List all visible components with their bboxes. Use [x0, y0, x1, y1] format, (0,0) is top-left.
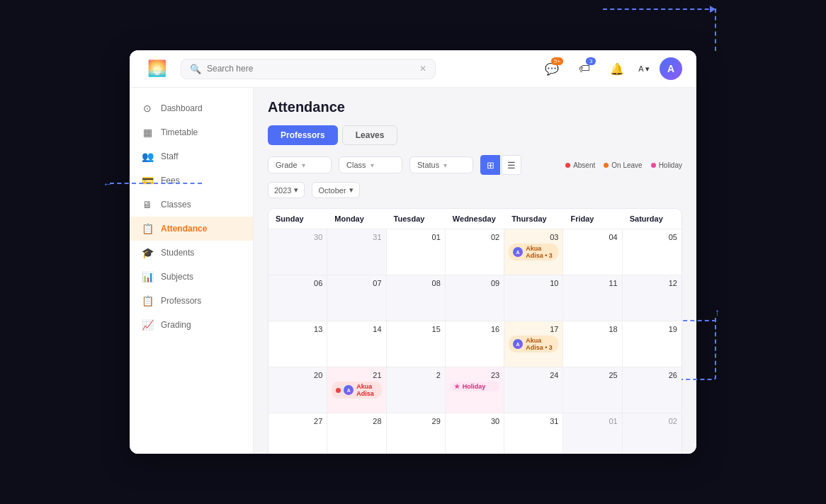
- table-row[interactable]: 21 A Akua Adisa: [327, 367, 386, 413]
- cal-date: 31: [509, 417, 558, 425]
- sidebar-label-timetable: Timetable: [161, 127, 198, 137]
- sidebar-item-attendance[interactable]: 📋 Attendance: [130, 217, 253, 241]
- table-row: 11: [563, 275, 622, 321]
- tab-professors[interactable]: Professors: [268, 125, 338, 145]
- table-row: 10: [504, 275, 563, 321]
- status-filter[interactable]: Status ▾: [409, 156, 473, 173]
- table-row: 05: [623, 229, 681, 275]
- view-toggle: ⊞ ☰: [480, 155, 521, 175]
- sidebar-label-professors: Professors: [161, 296, 201, 306]
- sidebar-label-classes: Classes: [161, 200, 191, 210]
- year-value: 2023: [274, 186, 291, 195]
- cal-date: 06: [273, 279, 322, 287]
- table-row: 01: [387, 229, 446, 275]
- table-row: 20: [268, 367, 327, 413]
- list-view-button[interactable]: ☰: [502, 155, 521, 175]
- class-label: Class: [346, 161, 366, 169]
- absent-dot: [565, 163, 570, 168]
- event-pill[interactable]: A Akua Adisa • 3: [509, 244, 558, 260]
- event-pill[interactable]: ★ Holiday: [450, 382, 499, 391]
- cal-date: 18: [567, 325, 617, 333]
- grading-icon: 📈: [141, 319, 154, 331]
- cal-date: 26: [627, 371, 677, 379]
- status-label: Status: [417, 161, 439, 169]
- sidebar-item-timetable[interactable]: ▦ Timetable: [130, 120, 253, 144]
- table-row: 01: [563, 413, 622, 454]
- month-select[interactable]: October ▾: [312, 182, 359, 198]
- avatar-initials: A: [660, 57, 682, 80]
- event-pill[interactable]: A Akua Adisa: [332, 382, 381, 399]
- cal-date: 24: [509, 371, 558, 379]
- table-row: 04: [563, 229, 622, 275]
- grade-filter[interactable]: Grade ▾: [268, 156, 332, 173]
- legend-absent: Absent: [565, 161, 595, 169]
- user-avatar[interactable]: A: [660, 57, 682, 80]
- close-search-icon[interactable]: ✕: [419, 64, 426, 74]
- table-row: 15: [387, 321, 446, 367]
- sidebar-item-classes[interactable]: 🖥 Classes: [130, 193, 253, 217]
- user-menu-button[interactable]: A ▾: [638, 57, 650, 80]
- table-row: 12: [623, 275, 681, 321]
- sidebar-item-students[interactable]: 🎓 Students: [130, 241, 253, 265]
- grid-view-button[interactable]: ⊞: [480, 155, 500, 175]
- content-area: Attendance Professors Leaves Grade ▾ Cla…: [254, 88, 696, 454]
- header-monday: Monday: [327, 209, 386, 229]
- cal-date: 03: [509, 233, 558, 241]
- tabs-row: Professors Leaves: [268, 125, 682, 145]
- chat-button[interactable]: 💬 5+: [541, 57, 563, 80]
- holiday-label: Holiday: [659, 161, 682, 169]
- cal-date: 31: [332, 233, 381, 241]
- legend-holiday: Holiday: [651, 161, 682, 169]
- search-input[interactable]: [207, 64, 414, 74]
- table-row: 31: [504, 413, 563, 454]
- sidebar-item-grading[interactable]: 📈 Grading: [130, 313, 253, 337]
- sidebar-item-staff[interactable]: 👥 Staff: [130, 144, 253, 168]
- sidebar-label-students: Students: [161, 248, 194, 258]
- classes-icon: 🖥: [141, 199, 154, 210]
- cal-date: 05: [627, 233, 677, 241]
- cal-date: 01: [391, 233, 441, 241]
- table-row[interactable]: 17 A Akua Adisa • 3: [504, 321, 563, 367]
- cal-date: 13: [273, 325, 322, 333]
- tab-leaves[interactable]: Leaves: [342, 125, 398, 145]
- cal-date: 20: [273, 371, 322, 379]
- calendar-header: Sunday Monday Tuesday Wednesday Thursday…: [268, 209, 681, 229]
- sidebar-item-dashboard[interactable]: ⊙ Dashboard: [130, 96, 253, 120]
- class-filter[interactable]: Class ▾: [339, 156, 402, 173]
- sidebar-item-fees[interactable]: 💳 Fees: [130, 168, 253, 193]
- arrow-decoration-top: [603, 8, 716, 51]
- cal-date: 19: [627, 325, 677, 333]
- table-row[interactable]: 23 ★ Holiday: [446, 367, 504, 413]
- table-row: 30: [268, 229, 327, 275]
- class-chevron-icon: ▾: [370, 161, 374, 169]
- year-select[interactable]: 2023 ▾: [268, 182, 305, 198]
- sidebar-item-professors[interactable]: 📋 Professors: [130, 289, 253, 313]
- table-row: 24: [504, 367, 563, 413]
- on-leave-label: On Leave: [611, 161, 642, 169]
- cal-date: 15: [391, 325, 441, 333]
- filters-row: Grade ▾ Class ▾ Status ▾ ⊞ ☰: [268, 155, 682, 198]
- search-bar[interactable]: 🔍 ✕: [181, 59, 436, 79]
- students-icon: 🎓: [141, 247, 154, 258]
- event-text: Akua Adisa • 3: [526, 337, 554, 351]
- table-row: 14: [327, 321, 386, 367]
- cal-date: 02: [450, 233, 499, 241]
- table-row[interactable]: 03 A Akua Adisa • 3: [504, 229, 563, 275]
- cal-date: 29: [391, 417, 441, 425]
- flag-button[interactable]: 🏷 3: [573, 57, 596, 80]
- professors-icon: 📋: [141, 295, 154, 307]
- sidebar-item-subjects[interactable]: 📊 Subjects: [130, 265, 253, 289]
- table-row: 19: [623, 321, 681, 367]
- grade-chevron-icon: ▾: [302, 161, 305, 169]
- main-layout: ⊙ Dashboard ▦ Timetable 👥 Staff 💳 Fees 🖥: [130, 88, 696, 454]
- user-menu-label: A ▾: [638, 64, 650, 74]
- sidebar-label-grading: Grading: [161, 320, 191, 330]
- event-pill[interactable]: A Akua Adisa • 3: [509, 336, 558, 353]
- app-logo: 🌅: [144, 56, 169, 81]
- table-row: 02: [623, 413, 681, 454]
- table-row: 31: [327, 229, 386, 275]
- page-title: Attendance: [268, 99, 682, 115]
- flag-badge: 3: [586, 57, 596, 65]
- cal-date: 30: [273, 233, 322, 241]
- notification-button[interactable]: 🔔: [606, 57, 628, 80]
